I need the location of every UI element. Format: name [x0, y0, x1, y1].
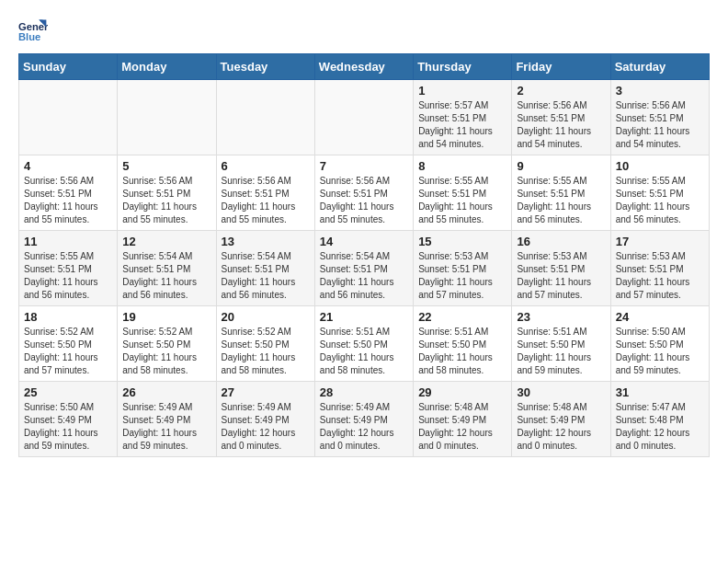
- calendar-cell: 9Sunrise: 5:55 AMSunset: 5:51 PMDaylight…: [512, 155, 610, 231]
- day-header-friday: Friday: [512, 54, 610, 80]
- day-number: 4: [24, 159, 112, 173]
- day-info: Sunrise: 5:51 AMSunset: 5:50 PMDaylight:…: [517, 326, 605, 377]
- day-info: Sunrise: 5:48 AMSunset: 5:49 PMDaylight:…: [517, 401, 605, 453]
- day-info: Sunrise: 5:52 AMSunset: 5:50 PMDaylight:…: [24, 326, 112, 377]
- day-header-thursday: Thursday: [414, 54, 512, 80]
- day-info: Sunrise: 5:56 AMSunset: 5:51 PMDaylight:…: [616, 99, 704, 151]
- calendar-cell: 5Sunrise: 5:56 AMSunset: 5:51 PMDaylight…: [118, 155, 216, 231]
- day-number: 1: [418, 84, 506, 98]
- calendar-cell: 7Sunrise: 5:56 AMSunset: 5:51 PMDaylight…: [314, 155, 413, 231]
- day-number: 29: [418, 385, 506, 399]
- day-number: 10: [616, 159, 704, 173]
- calendar-cell: 29Sunrise: 5:48 AMSunset: 5:49 PMDayligh…: [414, 382, 512, 457]
- calendar-week-3: 11Sunrise: 5:55 AMSunset: 5:51 PMDayligh…: [19, 231, 710, 306]
- day-number: 30: [517, 385, 605, 399]
- logo: General Blue: [18, 18, 48, 44]
- day-info: Sunrise: 5:50 AMSunset: 5:50 PMDaylight:…: [616, 326, 704, 377]
- day-info: Sunrise: 5:51 AMSunset: 5:50 PMDaylight:…: [418, 326, 506, 377]
- day-number: 14: [320, 235, 408, 248]
- day-info: Sunrise: 5:49 AMSunset: 5:49 PMDaylight:…: [320, 401, 408, 453]
- day-info: Sunrise: 5:56 AMSunset: 5:51 PMDaylight:…: [24, 175, 112, 226]
- calendar-cell: 24Sunrise: 5:50 AMSunset: 5:50 PMDayligh…: [610, 306, 709, 382]
- day-number: 8: [418, 159, 506, 173]
- calendar-cell: 2Sunrise: 5:56 AMSunset: 5:51 PMDaylight…: [512, 80, 610, 155]
- day-number: 2: [517, 84, 605, 98]
- calendar-cell: 17Sunrise: 5:53 AMSunset: 5:51 PMDayligh…: [610, 231, 709, 306]
- calendar-week-2: 4Sunrise: 5:56 AMSunset: 5:51 PMDaylight…: [19, 155, 710, 231]
- day-number: 13: [222, 235, 310, 248]
- day-number: 28: [320, 385, 408, 399]
- day-header-sunday: Sunday: [19, 54, 118, 80]
- calendar-cell: 8Sunrise: 5:55 AMSunset: 5:51 PMDaylight…: [414, 155, 512, 231]
- day-info: Sunrise: 5:56 AMSunset: 5:51 PMDaylight:…: [320, 175, 408, 226]
- calendar-cell: 21Sunrise: 5:51 AMSunset: 5:50 PMDayligh…: [314, 306, 413, 382]
- day-number: 20: [222, 310, 310, 324]
- day-header-tuesday: Tuesday: [216, 54, 314, 80]
- day-info: Sunrise: 5:56 AMSunset: 5:51 PMDaylight:…: [122, 175, 210, 226]
- calendar-cell: 19Sunrise: 5:52 AMSunset: 5:50 PMDayligh…: [118, 306, 216, 382]
- day-info: Sunrise: 5:54 AMSunset: 5:51 PMDaylight:…: [222, 250, 310, 302]
- page-header: General Blue: [18, 18, 710, 44]
- day-number: 31: [616, 385, 704, 399]
- day-info: Sunrise: 5:52 AMSunset: 5:50 PMDaylight:…: [122, 326, 210, 377]
- calendar-cell: 11Sunrise: 5:55 AMSunset: 5:51 PMDayligh…: [19, 231, 118, 306]
- calendar-cell: 12Sunrise: 5:54 AMSunset: 5:51 PMDayligh…: [118, 231, 216, 306]
- day-info: Sunrise: 5:49 AMSunset: 5:49 PMDaylight:…: [122, 401, 210, 453]
- calendar-week-5: 25Sunrise: 5:50 AMSunset: 5:49 PMDayligh…: [19, 382, 710, 457]
- day-info: Sunrise: 5:54 AMSunset: 5:51 PMDaylight:…: [122, 250, 210, 302]
- calendar-cell: 23Sunrise: 5:51 AMSunset: 5:50 PMDayligh…: [512, 306, 610, 382]
- calendar-cell: 13Sunrise: 5:54 AMSunset: 5:51 PMDayligh…: [216, 231, 314, 306]
- day-info: Sunrise: 5:52 AMSunset: 5:50 PMDaylight:…: [222, 326, 310, 377]
- day-info: Sunrise: 5:51 AMSunset: 5:50 PMDaylight:…: [320, 326, 408, 377]
- calendar-cell: 16Sunrise: 5:53 AMSunset: 5:51 PMDayligh…: [512, 231, 610, 306]
- day-number: 6: [222, 159, 310, 173]
- day-number: 27: [222, 385, 310, 399]
- day-number: 5: [122, 159, 210, 173]
- day-number: 19: [122, 310, 210, 324]
- day-number: 3: [616, 84, 704, 98]
- day-info: Sunrise: 5:55 AMSunset: 5:51 PMDaylight:…: [616, 175, 704, 226]
- day-number: 23: [517, 310, 605, 324]
- day-info: Sunrise: 5:53 AMSunset: 5:51 PMDaylight:…: [418, 250, 506, 302]
- calendar-cell: [19, 80, 118, 155]
- day-info: Sunrise: 5:47 AMSunset: 5:48 PMDaylight:…: [616, 401, 704, 453]
- calendar-week-4: 18Sunrise: 5:52 AMSunset: 5:50 PMDayligh…: [19, 306, 710, 382]
- day-number: 18: [24, 310, 112, 324]
- day-info: Sunrise: 5:53 AMSunset: 5:51 PMDaylight:…: [517, 250, 605, 302]
- day-number: 26: [122, 385, 210, 399]
- calendar-cell: 28Sunrise: 5:49 AMSunset: 5:49 PMDayligh…: [314, 382, 413, 457]
- calendar-cell: 14Sunrise: 5:54 AMSunset: 5:51 PMDayligh…: [314, 231, 413, 306]
- day-number: 21: [320, 310, 408, 324]
- calendar-cell: [314, 80, 413, 155]
- day-info: Sunrise: 5:55 AMSunset: 5:51 PMDaylight:…: [418, 175, 506, 226]
- day-number: 15: [418, 235, 506, 248]
- day-number: 7: [320, 159, 408, 173]
- calendar-cell: [216, 80, 314, 155]
- day-number: 9: [517, 159, 605, 173]
- day-info: Sunrise: 5:54 AMSunset: 5:51 PMDaylight:…: [320, 250, 408, 302]
- day-number: 17: [616, 235, 704, 248]
- calendar-cell: 10Sunrise: 5:55 AMSunset: 5:51 PMDayligh…: [610, 155, 709, 231]
- day-number: 24: [616, 310, 704, 324]
- calendar-header-row: SundayMondayTuesdayWednesdayThursdayFrid…: [19, 54, 710, 80]
- day-header-wednesday: Wednesday: [314, 54, 413, 80]
- day-info: Sunrise: 5:56 AMSunset: 5:51 PMDaylight:…: [222, 175, 310, 226]
- calendar-cell: 15Sunrise: 5:53 AMSunset: 5:51 PMDayligh…: [414, 231, 512, 306]
- calendar-cell: 3Sunrise: 5:56 AMSunset: 5:51 PMDaylight…: [610, 80, 709, 155]
- calendar-cell: 20Sunrise: 5:52 AMSunset: 5:50 PMDayligh…: [216, 306, 314, 382]
- day-number: 11: [24, 235, 112, 248]
- calendar-cell: 31Sunrise: 5:47 AMSunset: 5:48 PMDayligh…: [610, 382, 709, 457]
- day-number: 25: [24, 385, 112, 399]
- calendar-cell: 30Sunrise: 5:48 AMSunset: 5:49 PMDayligh…: [512, 382, 610, 457]
- day-info: Sunrise: 5:48 AMSunset: 5:49 PMDaylight:…: [418, 401, 506, 453]
- calendar-cell: 27Sunrise: 5:49 AMSunset: 5:49 PMDayligh…: [216, 382, 314, 457]
- day-info: Sunrise: 5:53 AMSunset: 5:51 PMDaylight:…: [616, 250, 704, 302]
- day-number: 16: [517, 235, 605, 248]
- day-info: Sunrise: 5:55 AMSunset: 5:51 PMDaylight:…: [24, 250, 112, 302]
- day-info: Sunrise: 5:57 AMSunset: 5:51 PMDaylight:…: [418, 99, 506, 151]
- calendar-cell: 22Sunrise: 5:51 AMSunset: 5:50 PMDayligh…: [414, 306, 512, 382]
- day-info: Sunrise: 5:55 AMSunset: 5:51 PMDaylight:…: [517, 175, 605, 226]
- day-info: Sunrise: 5:50 AMSunset: 5:49 PMDaylight:…: [24, 401, 112, 453]
- calendar-cell: [118, 80, 216, 155]
- day-header-monday: Monday: [118, 54, 216, 80]
